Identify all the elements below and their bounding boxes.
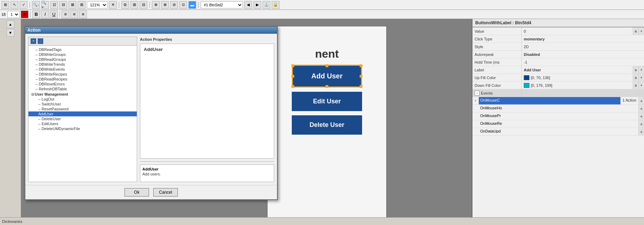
tool-8[interactable]: ▬ [188, 1, 196, 9]
tree-item-dbwritegroups[interactable]: – DBWriteGroups [28, 52, 137, 57]
tree-item-editusers[interactable]: – EditUsers [28, 121, 137, 126]
zoom-dropdown[interactable]: 121% [87, 1, 108, 8]
sidebar-btn-2[interactable]: ▼ [7, 29, 14, 37]
tool-4[interactable]: ⊕ [152, 1, 160, 9]
down-color-swatch [524, 83, 529, 88]
add-user-label: Add User [311, 72, 343, 80]
status-bar: Dictionaries [0, 217, 644, 225]
prop-value-downfillcolor: [0, 176, 199] [522, 82, 633, 89]
toolbar-btn-2[interactable]: ↖ [11, 1, 18, 9]
toolbar-btn-3[interactable]: ✓ [20, 1, 27, 9]
lock-btn[interactable]: 🔒 [272, 1, 279, 9]
tree-item-dbwriterecipes[interactable]: – DBWriteRecipes [28, 72, 137, 77]
prop-btn-downcolor-a[interactable]: a [633, 82, 638, 89]
zoom-in-btn[interactable]: 🔍+ [41, 1, 49, 9]
toolbar-btn-1[interactable]: ⊞ [1, 1, 9, 9]
event-add-btn-onmousec[interactable]: + [638, 97, 644, 104]
anchor-btn[interactable]: ⚓ [263, 1, 270, 9]
zoom-actual-btn[interactable]: ⊟ [59, 1, 67, 9]
tool-7[interactable]: ⊙ [179, 1, 187, 9]
ok-button[interactable]: Ok [124, 188, 149, 197]
tree-item-dbwritetrends[interactable]: – DBWriteTrends [28, 62, 137, 67]
tree-item-dbreadrecipes[interactable]: – DBReadRecipes [28, 77, 137, 82]
tree-container[interactable]: – DBReadTags – DBWriteGroups – DBReadGro… [28, 46, 137, 182]
italic-btn[interactable]: I [41, 11, 49, 18]
cancel-button[interactable]: Cancel [153, 188, 178, 197]
zoom-custom-btn[interactable]: ⊠ [69, 1, 76, 9]
tree-item-logout[interactable]: – LogOut [28, 97, 137, 102]
prop-actions-value: a + [633, 27, 644, 35]
prop-btn-upcolor-a[interactable]: a [633, 74, 638, 81]
tool-6[interactable]: ⊘ [170, 1, 178, 9]
event-add-btn-onmouseho[interactable]: + [638, 105, 644, 112]
dialog-area: Action + - – DBReadTags – DBWriteGroups … [21, 19, 472, 217]
sidebar-btn-1[interactable]: ▲ [7, 20, 14, 28]
action-props-box: AddUser [140, 44, 274, 159]
underline-btn[interactable]: U [50, 11, 58, 18]
prop-actions-downcolor: a + [633, 82, 644, 89]
tool-3[interactable]: ⊟ [140, 1, 147, 9]
event-name-onmouseho[interactable]: OnMouseHo [479, 105, 634, 112]
event-row-onmousepr: OnMousePr + [472, 112, 644, 120]
event-add-btn-onmousere[interactable]: + [638, 120, 644, 128]
tree-group-usermgmt[interactable]: ⊟ User Management [28, 91, 137, 97]
prop-btn-label-a[interactable]: a [633, 66, 638, 73]
action-dialog: Action + - – DBReadTags – DBWriteGroups … [25, 26, 278, 200]
add-user-button[interactable]: Add User [292, 65, 362, 88]
tree-icon-add[interactable]: + [31, 38, 36, 44]
edit-user-button[interactable]: Edit User [292, 92, 362, 111]
event-name-onmousepr[interactable]: OnMousePr [479, 112, 634, 120]
delete-user-button[interactable]: Delete User [292, 115, 362, 135]
event-add-btn-onmousepr[interactable]: + [638, 112, 644, 120]
event-add-btn-ondataupd[interactable]: + [638, 128, 644, 135]
prop-name-label: Label [472, 66, 522, 73]
tool-5[interactable]: ⊗ [161, 1, 169, 9]
dialog-titlebar: Action [25, 27, 277, 34]
close-btn[interactable]: ✕ [109, 1, 117, 9]
event-expand-1[interactable]: + [472, 97, 479, 104]
prop-value-label: Add User [522, 66, 633, 73]
nav-right[interactable]: ▶ [253, 1, 261, 9]
tree-item-dbreseterrors[interactable]: – DBResetErrors [28, 82, 137, 86]
bold-btn[interactable]: B [32, 11, 40, 18]
handle-tl [291, 64, 294, 67]
events-toggle[interactable]: − [475, 91, 479, 96]
prop-btn-value-plus[interactable]: + [638, 27, 644, 35]
delete-user-label: Delete User [309, 121, 344, 129]
event-name-ondataupd[interactable]: OnDataUpd [479, 128, 634, 135]
tool-1[interactable]: ⧉ [121, 1, 129, 9]
font-color-btn[interactable]: A [21, 11, 28, 18]
prop-btn-upcolor-plus[interactable]: + [638, 74, 644, 81]
btnstd-dropdown[interactable]: #1 BtnStd2 [201, 1, 243, 8]
tree-item-dbwriteevents[interactable]: – DBWriteEvents [28, 67, 137, 72]
event-value-ondataupd [634, 128, 638, 135]
tree-item-dbreadtags[interactable]: – DBReadTags [28, 47, 137, 52]
tree-item-adduser[interactable]: AddUser [28, 111, 137, 116]
tree-item-switchuser[interactable]: – SwitchUser [28, 102, 137, 107]
sep-4 [198, 2, 199, 8]
nav-left[interactable]: ◀ [244, 1, 252, 9]
tree-item-refreshdbtable[interactable]: – RefreshDBTable [28, 86, 137, 91]
align-left-btn[interactable]: ≡ [62, 11, 69, 18]
prop-btn-value-a[interactable]: a [633, 27, 638, 35]
prop-btn-downcolor-plus[interactable]: + [638, 82, 644, 89]
tool-2[interactable]: ⊞ [130, 1, 138, 9]
tree-item-dbreadgroups[interactable]: – DBReadGroups [28, 57, 137, 62]
font-size-select[interactable]: 18 [7, 11, 20, 18]
event-name-onmousere[interactable]: OnMouseRe [479, 120, 634, 128]
prop-row-clicktype: Click Type momentary [472, 35, 644, 43]
tree-item-deleteuser[interactable]: – DeleteUser [28, 116, 137, 121]
prop-btn-label-plus[interactable]: + [638, 66, 644, 73]
main-content: ▲ ▼ Action + - – DBReadTags – DBWriteGro… [0, 19, 644, 217]
tree-icon-remove[interactable]: - [38, 38, 43, 44]
align-right-btn[interactable]: ≡ [79, 11, 87, 18]
zoom-fit-btn[interactable]: ⊡ [50, 1, 58, 9]
tree-item-deleteumdynamicfile[interactable]: – DeleteUMDynamicFile [28, 126, 137, 131]
event-name-onmousec[interactable]: OnMouseC [479, 97, 620, 104]
align-center-btn[interactable]: ≡ [70, 11, 78, 18]
event-value-onmouseho [634, 105, 638, 112]
dialog-body: + - – DBReadTags – DBWriteGroups – DBRea… [25, 34, 277, 185]
zoom-out-btn[interactable]: 🔍- [32, 1, 40, 9]
tree-item-resetpassword[interactable]: – ResetPassword [28, 107, 137, 111]
right-panel-scroll[interactable]: Value 0 a + Click Type momentary Style 2… [472, 27, 644, 217]
